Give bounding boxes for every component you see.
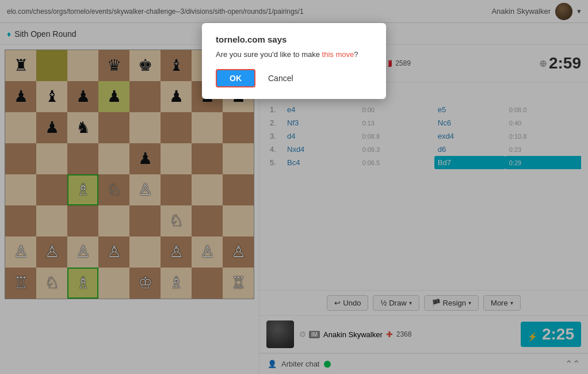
dialog-box: tornelo.com says Are you sure you'd like… — [202, 23, 386, 99]
ok-button[interactable]: OK — [216, 69, 255, 87]
dialog-overlay: tornelo.com says Are you sure you'd like… — [0, 0, 588, 374]
dialog-message: Are you sure you'd like to make this mov… — [216, 50, 372, 59]
dialog-message-post: ? — [354, 50, 358, 59]
dialog-buttons: OK Cancel — [216, 69, 372, 87]
dialog-message-pre: Are you sure you'd like to make — [216, 50, 322, 59]
dialog-title: tornelo.com says — [216, 35, 372, 44]
dialog-message-move: this move — [322, 50, 354, 59]
cancel-button[interactable]: Cancel — [261, 69, 300, 87]
